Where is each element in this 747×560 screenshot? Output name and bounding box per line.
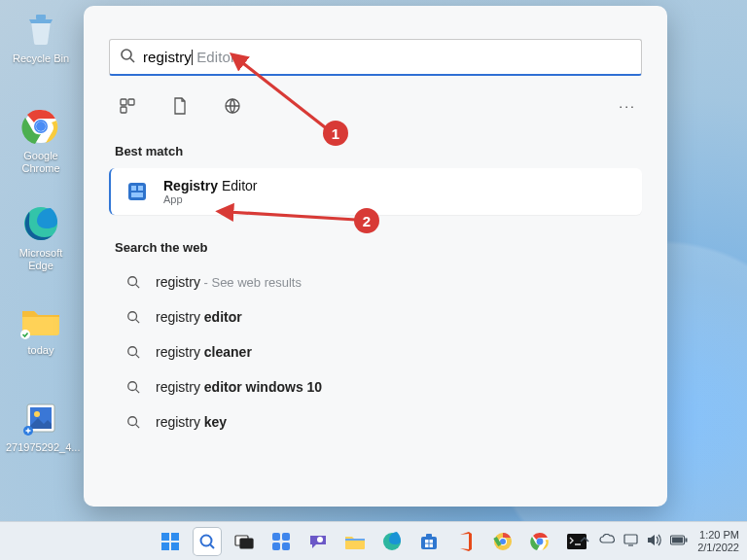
- filter-apps-icon[interactable]: [115, 93, 140, 119]
- desktop-icon-image-file[interactable]: 271975292_4...: [6, 397, 76, 454]
- desktop-icon-label: Recycle Bin: [6, 52, 76, 65]
- svg-rect-42: [426, 534, 432, 538]
- svg-rect-18: [138, 186, 143, 191]
- web-suggestion[interactable]: registry editor: [109, 299, 642, 334]
- annotation-badge-2: 2: [354, 208, 379, 233]
- edge-icon: [19, 202, 62, 245]
- svg-point-31: [201, 535, 212, 545]
- svg-point-20: [128, 277, 137, 286]
- section-best-match-heading: Best match: [115, 144, 636, 158]
- recycle-bin-icon: [19, 8, 62, 51]
- section-web-heading: Search the web: [115, 240, 636, 255]
- file-explorer-button[interactable]: [341, 528, 369, 555]
- clock-date: 2/1/2022: [697, 542, 739, 554]
- svg-rect-13: [128, 99, 134, 105]
- desktop-icon-recycle-bin[interactable]: Recycle Bin: [6, 8, 76, 65]
- svg-rect-19: [131, 192, 143, 197]
- svg-rect-55: [686, 538, 688, 542]
- svg-point-23: [128, 382, 137, 391]
- web-suggestion[interactable]: registry cleaner: [109, 334, 642, 369]
- svg-rect-44: [430, 540, 434, 543]
- svg-point-22: [128, 347, 137, 356]
- web-suggestion[interactable]: registry key: [109, 404, 642, 439]
- web-suggestion-text: registry editor: [156, 309, 242, 325]
- chat-button[interactable]: [304, 528, 332, 555]
- desktop-icon-google-chrome[interactable]: Google Chrome: [6, 105, 76, 174]
- svg-rect-36: [272, 542, 280, 550]
- web-suggestion-text: registry editor windows 10: [156, 379, 322, 395]
- clock-time: 1:20 PM: [697, 529, 739, 542]
- start-button[interactable]: [157, 528, 184, 555]
- taskbar-tray: 1:20 PM 2/1/2022: [579, 529, 739, 553]
- search-icon: [124, 310, 142, 324]
- svg-point-38: [317, 537, 323, 542]
- svg-rect-53: [624, 535, 637, 543]
- svg-rect-33: [240, 539, 253, 548]
- best-match-result[interactable]: Registry Editor App: [109, 168, 642, 215]
- picture-icon: [19, 397, 62, 439]
- search-more-button[interactable]: ···: [619, 98, 636, 114]
- svg-rect-43: [425, 540, 429, 543]
- filter-documents-icon[interactable]: [167, 93, 193, 119]
- search-suggestion-tail: Editor: [193, 49, 235, 65]
- svg-rect-17: [131, 186, 136, 191]
- onedrive-icon[interactable]: [599, 534, 615, 548]
- volume-icon[interactable]: [647, 534, 661, 549]
- svg-point-24: [128, 417, 137, 426]
- svg-rect-29: [161, 542, 169, 550]
- web-suggestion-text: registry cleaner: [156, 344, 252, 360]
- web-suggestion-text: registry - See web results: [156, 274, 302, 290]
- tray-chevron-icon[interactable]: [579, 534, 590, 548]
- search-flyout: registry Editor ··· Best match Registry …: [84, 6, 667, 507]
- svg-point-9: [34, 411, 40, 417]
- office-button[interactable]: [452, 528, 480, 555]
- desktop-icon-label: Microsoft Edge: [6, 247, 76, 271]
- taskbar: 1:20 PM 2/1/2022: [0, 521, 747, 560]
- taskbar-search-button[interactable]: [194, 528, 221, 555]
- search-icon: [124, 380, 142, 394]
- web-suggestion-text: registry key: [156, 414, 227, 430]
- web-suggestion[interactable]: registry editor windows 10: [109, 369, 642, 404]
- desktop-icon-microsoft-edge[interactable]: Microsoft Edge: [6, 202, 76, 271]
- task-view-button[interactable]: [231, 528, 258, 555]
- taskbar-center: [157, 528, 590, 555]
- search-text: registry Editor: [143, 49, 235, 65]
- folder-icon: [19, 299, 62, 342]
- desktop-icon-label: Google Chrome: [6, 150, 76, 174]
- svg-rect-45: [425, 543, 429, 547]
- desktop-icon-label: today: [6, 344, 76, 357]
- svg-rect-46: [430, 543, 434, 547]
- chrome-icon: [19, 105, 62, 148]
- svg-point-11: [122, 50, 131, 59]
- svg-rect-30: [171, 542, 179, 550]
- chrome-canary-button[interactable]: [489, 528, 516, 555]
- filter-web-icon[interactable]: [220, 93, 245, 119]
- svg-point-4: [36, 122, 46, 131]
- svg-point-6: [20, 330, 30, 339]
- svg-rect-0: [36, 15, 46, 19]
- desktop-icon-today-folder[interactable]: today: [6, 299, 76, 357]
- battery-icon[interactable]: [670, 535, 688, 548]
- search-input[interactable]: registry Editor: [109, 39, 642, 76]
- svg-rect-14: [121, 107, 126, 113]
- web-suggestions-list: registry - See web results registry edit…: [109, 264, 642, 439]
- web-suggestion[interactable]: registry - See web results: [109, 264, 642, 299]
- widgets-button[interactable]: [267, 528, 295, 555]
- svg-rect-28: [171, 533, 179, 541]
- svg-rect-12: [121, 99, 126, 105]
- network-icon[interactable]: [623, 534, 638, 549]
- microsoft-store-button[interactable]: [415, 528, 443, 555]
- search-typed: registry: [143, 49, 192, 65]
- svg-point-51: [537, 538, 544, 544]
- svg-point-21: [128, 312, 137, 321]
- svg-rect-16: [128, 183, 146, 200]
- taskbar-clock[interactable]: 1:20 PM 2/1/2022: [697, 529, 739, 553]
- svg-rect-56: [672, 537, 683, 542]
- chrome-taskbar-button[interactable]: [526, 528, 553, 555]
- best-match-subtitle: App: [163, 193, 258, 205]
- svg-rect-37: [282, 542, 290, 550]
- edge-taskbar-button[interactable]: [378, 528, 406, 555]
- search-icon: [124, 345, 142, 359]
- search-icon: [120, 48, 135, 67]
- registry-editor-icon: [124, 179, 150, 204]
